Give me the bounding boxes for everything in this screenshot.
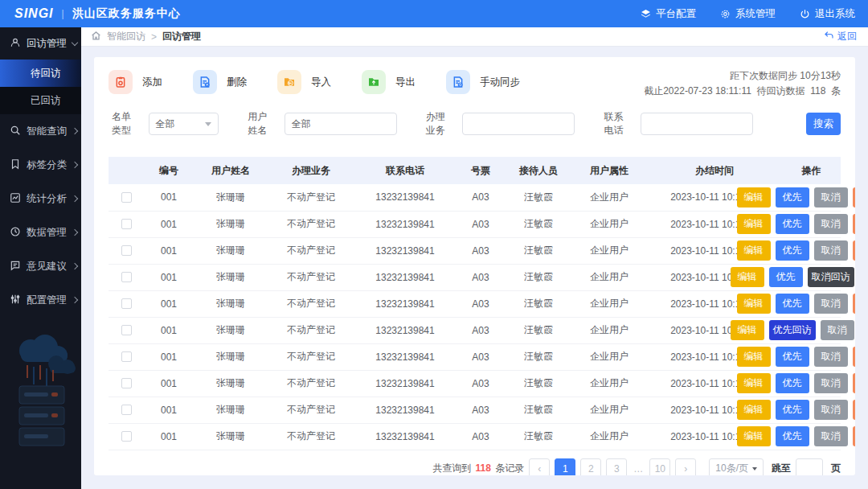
add-button[interactable]: 添加 xyxy=(108,70,162,94)
edit-button[interactable]: 编辑 xyxy=(737,240,771,261)
priority-button[interactable]: 优先 xyxy=(776,400,809,420)
cell-user_type: 企业用户 xyxy=(571,317,647,343)
edit-button[interactable]: 编辑 xyxy=(737,347,771,367)
cancel-button[interactable]: 取消 xyxy=(814,294,848,314)
edit-button[interactable]: 编辑 xyxy=(737,294,771,314)
row-checkbox[interactable] xyxy=(121,272,132,282)
cell-receptionist: 汪敏霞 xyxy=(506,343,571,370)
delete-button[interactable]: 删除 xyxy=(853,240,856,261)
edit-button[interactable]: 编辑 xyxy=(731,320,764,340)
sidebar-subitem-1[interactable]: 待回访 xyxy=(0,60,81,87)
edit-button[interactable]: 编辑 xyxy=(737,373,771,393)
delete-button[interactable]: 删除 xyxy=(193,70,247,94)
sidebar-item-1[interactable]: 回访管理 xyxy=(0,27,81,60)
export-button[interactable]: 导出 xyxy=(362,70,416,94)
phone-input[interactable] xyxy=(641,113,753,135)
priority-button[interactable]: 优先 xyxy=(776,214,809,234)
edit-button[interactable]: 编辑 xyxy=(737,214,771,234)
table-row: 001张珊珊不动产登记13232139841A03汪敏霞企业用户2023-10-… xyxy=(108,317,841,343)
cell-receptionist: 汪敏霞 xyxy=(506,290,571,317)
page-button-10[interactable]: 10 xyxy=(649,458,670,476)
row-checkbox[interactable] xyxy=(121,431,132,442)
delete-button[interactable]: 删除 xyxy=(853,294,856,314)
delete-button[interactable]: 删除 xyxy=(853,214,856,234)
priority-button[interactable]: 优先 xyxy=(776,347,809,367)
sync-info: 距下次数据同步 10分13秒 截止2022-07-23 18:11:11 待回访… xyxy=(644,67,841,99)
cancel-button[interactable]: 取消 xyxy=(814,187,848,208)
page-button-1[interactable]: 1 xyxy=(555,458,575,476)
priority-button[interactable]: 优先 xyxy=(776,426,809,446)
row-checkbox[interactable] xyxy=(121,245,132,256)
priority-button[interactable]: 优先 xyxy=(776,373,809,393)
cancel-button[interactable]: 取消 xyxy=(814,400,848,420)
row-checkbox[interactable] xyxy=(121,192,132,203)
edit-button[interactable]: 编辑 xyxy=(737,426,771,446)
list-type-select[interactable]: 全部 xyxy=(149,113,219,135)
cell-receptionist: 汪敏霞 xyxy=(506,237,571,264)
breadcrumb-root[interactable]: 智能回访 xyxy=(107,30,145,43)
checkbox-cell xyxy=(108,290,144,317)
edit-button[interactable]: 编辑 xyxy=(737,400,771,420)
priority-button[interactable]: 优先回访 xyxy=(769,320,816,340)
sidebar-item-7[interactable]: 配置管理 xyxy=(0,283,81,317)
jump-page-input[interactable] xyxy=(796,458,823,476)
sidebar-item-5[interactable]: 数据管理 xyxy=(0,216,81,249)
cloud-server-illustration xyxy=(0,328,81,457)
cancel-button[interactable]: 取消 xyxy=(814,240,848,261)
sidebar-item-4[interactable]: 统计分析 xyxy=(0,182,81,216)
delete-button[interactable]: 删除 xyxy=(853,400,856,420)
back-button[interactable]: 返回 xyxy=(824,30,857,43)
business-input[interactable] xyxy=(462,113,575,135)
cancel-button[interactable]: 取消 xyxy=(814,347,848,367)
row-checkbox[interactable] xyxy=(121,219,132,229)
import-icon xyxy=(277,70,301,94)
home-icon[interactable] xyxy=(91,31,101,43)
delete-button[interactable]: 删除 xyxy=(853,347,856,367)
delete-button[interactable]: 删除 xyxy=(853,373,856,393)
top-menu-logout[interactable]: 退出系统 xyxy=(800,7,855,21)
prev-page-button[interactable]: ‹ xyxy=(529,458,550,476)
sidebar-item-6[interactable]: 意见建议 xyxy=(0,249,81,283)
row-checkbox[interactable] xyxy=(121,405,132,415)
cancel-button[interactable]: 取消 xyxy=(814,214,848,234)
priority-button[interactable]: 优先 xyxy=(776,240,809,261)
priority-button[interactable]: 优先 xyxy=(776,294,809,314)
cancel-button[interactable]: 取消回访 xyxy=(808,267,854,287)
top-menu-system-management[interactable]: 系统管理 xyxy=(720,7,776,21)
edit-button[interactable]: 编辑 xyxy=(737,187,771,208)
delete-button[interactable]: 删除 xyxy=(853,187,856,208)
row-checkbox[interactable] xyxy=(121,351,132,362)
next-page-button[interactable]: › xyxy=(675,458,696,476)
content-card: 添加删除导入导出手动同步 距下次数据同步 10分13秒 截止2022-07-23… xyxy=(94,57,855,475)
import-button[interactable]: 导入 xyxy=(277,70,331,94)
cell-phone: 13232139841 xyxy=(354,237,456,264)
cell-phone: 13232139841 xyxy=(354,317,456,343)
cell-receptionist: 汪敏霞 xyxy=(506,211,571,237)
top-menu-platform-config[interactable]: 平台配置 xyxy=(641,7,696,21)
sidebar-item-3[interactable]: 标签分类 xyxy=(0,148,81,182)
cell-phone: 13232139841 xyxy=(354,290,456,317)
chevron-down-icon xyxy=(205,122,211,126)
checkbox-column-header xyxy=(108,157,144,184)
cell-business: 不动产登记 xyxy=(268,317,354,343)
page-size-select[interactable]: 10条/页 xyxy=(709,458,764,476)
manual-sync-button[interactable]: 手动同步 xyxy=(446,70,520,94)
sidebar-subitem-2[interactable]: 已回访 xyxy=(0,87,81,114)
sidebar-item-2[interactable]: 智能查询 xyxy=(0,114,81,148)
delete-button[interactable]: 删除 xyxy=(853,426,856,446)
cell-ticket: A03 xyxy=(456,343,506,370)
priority-button[interactable]: 优先 xyxy=(776,187,809,208)
priority-button[interactable]: 优先 xyxy=(769,267,803,287)
search-button[interactable]: 搜索 xyxy=(806,113,841,135)
edit-button[interactable]: 编辑 xyxy=(731,267,764,287)
back-label: 返回 xyxy=(837,30,857,43)
row-checkbox[interactable] xyxy=(121,325,132,335)
cancel-button[interactable]: 取消 xyxy=(821,320,854,340)
cancel-button[interactable]: 取消 xyxy=(814,426,848,446)
row-checkbox[interactable] xyxy=(121,298,132,309)
page-button-2[interactable]: 2 xyxy=(580,458,601,476)
user-name-input[interactable] xyxy=(285,113,397,135)
row-checkbox[interactable] xyxy=(121,378,132,388)
cancel-button[interactable]: 取消 xyxy=(814,373,848,393)
page-button-3[interactable]: 3 xyxy=(606,458,627,476)
